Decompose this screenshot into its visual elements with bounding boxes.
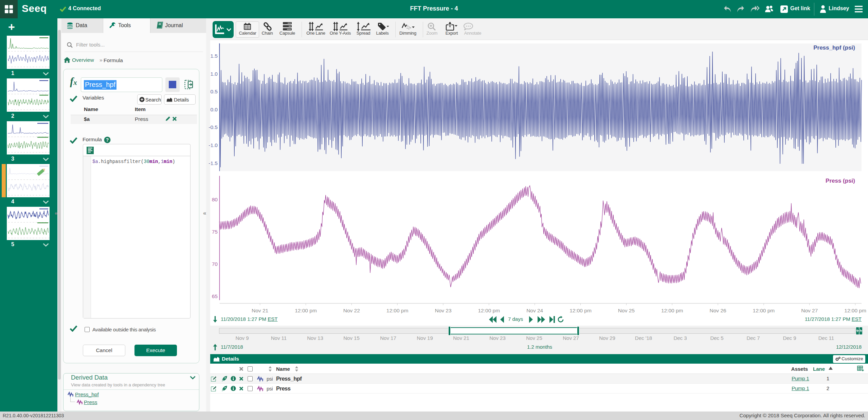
svg-text:12:00 pm: 12:00 pm xyxy=(661,308,683,313)
svg-text:Nov 21: Nov 21 xyxy=(252,308,268,313)
svg-text:12:00 pm: 12:00 pm xyxy=(753,308,775,313)
svg-text:Press (psi): Press (psi) xyxy=(826,178,855,184)
svg-text:Nov 26: Nov 26 xyxy=(710,308,726,313)
svg-text:?: ? xyxy=(106,137,109,143)
svg-text:75: 75 xyxy=(212,229,218,235)
svg-text:80: 80 xyxy=(212,197,218,202)
svg-text:Press_hpf (psi): Press_hpf (psi) xyxy=(813,44,855,51)
svg-text:Nov 27: Nov 27 xyxy=(801,308,818,313)
svg-text:1.0: 1.0 xyxy=(210,71,218,77)
svg-text:Nov 24: Nov 24 xyxy=(526,308,543,313)
svg-text:12:00 pm: 12:00 pm xyxy=(569,308,592,313)
svg-text:12:00 pm: 12:00 pm xyxy=(386,308,409,313)
svg-text:Nov 22: Nov 22 xyxy=(343,308,360,313)
svg-text:65: 65 xyxy=(212,293,218,299)
svg-text:0.0: 0.0 xyxy=(210,107,218,112)
svg-text:12:00 pm: 12:00 pm xyxy=(844,308,866,313)
svg-text:12:00 pm: 12:00 pm xyxy=(295,308,317,313)
svg-text:Nov 25: Nov 25 xyxy=(618,308,635,313)
svg-text:-0.5: -0.5 xyxy=(209,124,218,130)
svg-text:70: 70 xyxy=(212,261,218,267)
svg-text:-1.5: -1.5 xyxy=(209,160,218,166)
svg-text:1.5: 1.5 xyxy=(210,53,218,59)
svg-text:0.5: 0.5 xyxy=(210,89,218,94)
svg-text:-1.0: -1.0 xyxy=(209,142,218,148)
svg-text:12:00 pm: 12:00 pm xyxy=(478,308,500,313)
svg-text:Nov 23: Nov 23 xyxy=(435,308,451,313)
